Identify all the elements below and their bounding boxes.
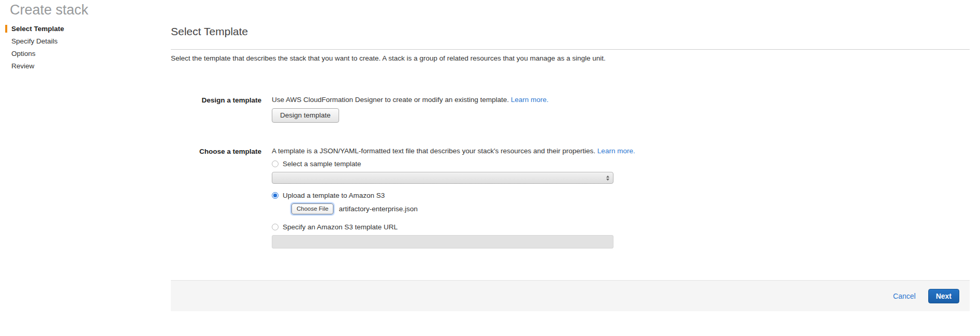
choose-template-label: Choose a template: [171, 147, 261, 249]
section-title: Select Template: [171, 25, 970, 38]
sidebar-step-options[interactable]: Options: [5, 50, 171, 57]
sidebar-step-review[interactable]: Review: [5, 62, 171, 70]
section-divider: [171, 49, 970, 50]
page-title: Create stack: [10, 2, 980, 18]
next-button[interactable]: Next: [928, 289, 959, 303]
sidebar-step-select-template[interactable]: Select Template: [5, 25, 171, 33]
s3-url-option[interactable]: Specify an Amazon S3 template URL: [272, 223, 970, 231]
radio-checked-icon[interactable]: [272, 192, 279, 199]
uploaded-file-name: artifactory-enterprise.json: [339, 205, 417, 213]
design-template-button[interactable]: Design template: [272, 108, 339, 123]
design-template-description: Use AWS CloudFormation Designer to creat…: [272, 96, 509, 104]
radio-unchecked-icon[interactable]: [272, 160, 279, 167]
upload-template-option[interactable]: Upload a template to Amazon S3: [272, 192, 970, 199]
sample-template-select[interactable]: [272, 172, 613, 184]
file-upload-row: Choose File artifactory-enterprise.json: [291, 203, 970, 214]
wizard-steps-nav: Select Template Specify Details Options …: [0, 25, 171, 311]
upload-template-option-label: Upload a template to Amazon S3: [283, 192, 385, 199]
intro-text: Select the template that describes the s…: [171, 54, 970, 63]
design-learn-more-link[interactable]: Learn more.: [511, 96, 549, 104]
s3-url-option-label: Specify an Amazon S3 template URL: [283, 223, 398, 231]
sample-template-option[interactable]: Select a sample template: [272, 160, 970, 168]
cancel-button[interactable]: Cancel: [893, 292, 916, 300]
design-template-row: Design a template Use AWS CloudFormation…: [171, 96, 970, 123]
choose-template-row: Choose a template A template is a JSON/Y…: [171, 147, 970, 249]
sample-template-option-label: Select a sample template: [283, 160, 361, 168]
sidebar-step-specify-details[interactable]: Specify Details: [5, 37, 171, 45]
select-stepper-icon: [606, 176, 609, 181]
choose-template-description: A template is a JSON/YAML-formatted text…: [272, 147, 595, 155]
design-template-label: Design a template: [171, 96, 261, 123]
choose-learn-more-link[interactable]: Learn more.: [597, 147, 635, 155]
choose-file-button[interactable]: Choose File: [291, 203, 333, 214]
radio-unchecked-icon[interactable]: [272, 224, 279, 230]
s3-url-input[interactable]: [272, 235, 613, 249]
wizard-footer: Cancel Next: [171, 280, 970, 311]
main-panel: Select Template Select the template that…: [171, 25, 970, 311]
create-stack-page: Create stack Select Template Specify Det…: [0, 2, 980, 311]
